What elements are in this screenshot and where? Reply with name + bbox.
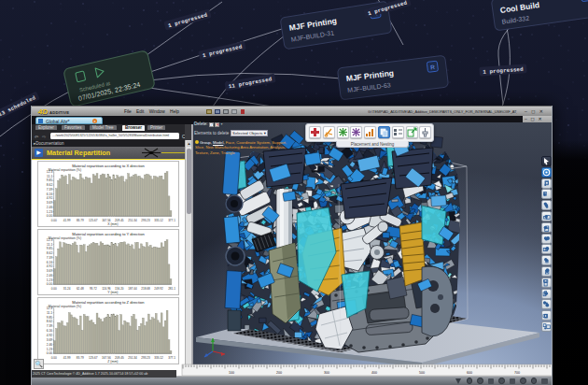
svg-text:293.23: 293.23 [141,219,150,222]
svg-text:9.85: 9.85 [47,178,53,182]
svg-text:1.23: 1.23 [47,210,53,214]
svg-text:83.79: 83.79 [77,356,84,360]
svg-text:8.62: 8.62 [47,320,53,323]
svg-text:3.69: 3.69 [47,269,53,273]
svg-text:62.48: 62.48 [77,287,84,291]
svg-text:31.24: 31.24 [63,287,71,291]
svg-text:251.34: 251.34 [128,356,137,360]
svg-text:218.68: 218.68 [141,287,150,291]
svg-text:7.39: 7.39 [47,188,53,192]
svg-text:6.16: 6.16 [47,261,53,264]
svg-text:6.16: 6.16 [47,329,53,333]
svg-text:125.67: 125.67 [89,356,98,360]
svg-text:335.12: 335.12 [154,356,163,360]
svg-text:0.00: 0.00 [51,219,57,222]
svg-text:X (mm): X (mm) [107,222,118,226]
svg-text:4.92: 4.92 [47,334,53,337]
svg-text:83.79: 83.79 [77,219,84,222]
svg-text:377.1: 377.1 [168,356,175,360]
svg-text:41.99: 41.99 [63,219,71,222]
svg-text:Material repartition (%): Material repartition (%) [49,305,81,308]
svg-text:12.3: 12.3 [47,238,53,242]
svg-text:6.16: 6.16 [47,192,53,196]
svg-text:0.00: 0.00 [51,287,57,291]
svg-text:Material repartition according: Material repartition according to X dire… [72,164,145,168]
svg-text:3.69: 3.69 [47,201,53,205]
svg-text:Material repartition (%): Material repartition (%) [49,236,81,240]
svg-text:249.92: 249.92 [154,287,163,291]
svg-text:11.1: 11.1 [47,311,52,315]
svg-text:187.44: 187.44 [128,287,137,291]
svg-text:1 progressed: 1 progressed [202,43,243,59]
svg-text:251.34: 251.34 [128,219,137,222]
svg-text:Material repartition according: Material repartition according to Z dire… [72,300,144,305]
svg-text:335.12: 335.12 [154,219,163,222]
svg-text:12.3: 12.3 [47,307,53,310]
svg-text:1 progressed: 1 progressed [167,11,208,29]
svg-text:1.23: 1.23 [47,348,53,351]
svg-text:125.67: 125.67 [89,219,98,222]
svg-text:0.00: 0.00 [51,356,57,360]
svg-text:12.3: 12.3 [47,170,53,174]
svg-text:2.46: 2.46 [47,206,53,209]
svg-text:Material repartition (%): Material repartition (%) [49,168,81,172]
svg-text:11.1: 11.1 [47,175,52,178]
svg-text:Material repartition according: Material repartition according to Y dire… [72,232,144,236]
svg-text:7.39: 7.39 [47,324,53,328]
svg-text:4.92: 4.92 [47,196,53,200]
svg-text:4.92: 4.92 [47,264,53,268]
svg-text:93.72: 93.72 [90,287,97,291]
svg-text:3.69: 3.69 [47,338,53,342]
svg-text:1.23: 1.23 [47,278,53,282]
svg-text:377.1: 377.1 [168,219,175,222]
svg-text:11.1: 11.1 [47,243,52,247]
svg-text:7.39: 7.39 [47,256,53,260]
svg-text:41.99: 41.99 [63,356,71,360]
svg-text:9.85: 9.85 [47,316,53,320]
svg-text:2.46: 2.46 [47,343,53,347]
svg-text:281.1: 281.1 [168,287,175,291]
svg-text:8.62: 8.62 [47,183,53,187]
svg-text:293.23: 293.23 [141,356,150,360]
svg-text:9.85: 9.85 [47,247,53,250]
svg-text:Y (mm): Y (mm) [107,291,118,294]
svg-text:Z (mm): Z (mm) [107,360,118,364]
svg-text:2.46: 2.46 [47,274,53,278]
svg-text:8.62: 8.62 [47,251,53,255]
